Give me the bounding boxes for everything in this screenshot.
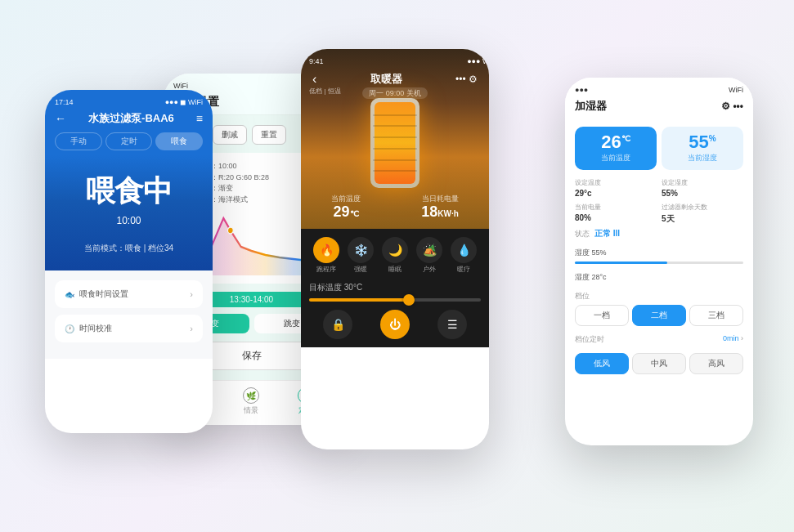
p4-timer-row: 档位定时 0min › (565, 331, 753, 348)
p4-status-section: 状态 正常 III (565, 225, 753, 243)
p4-wind-btns: 低风 中风 高风 (565, 348, 753, 379)
p3-mode-label-2: 睡眠 (388, 265, 401, 274)
p4-wifi: WiFi (729, 86, 743, 94)
p3-mode-therapy[interactable]: 💧 暖疗 (451, 237, 477, 274)
p1-tab-timer[interactable]: 定时 (105, 132, 153, 150)
p1-tab-feed[interactable]: 喂食 (155, 132, 203, 150)
p4-slider-fill (575, 262, 667, 264)
p3-back-icon[interactable]: ‹ (312, 72, 316, 87)
p3-mode-icons: 🔥 跑程序 ❄️ 强暖 🌙 睡眠 🏕️ 户外 💧 暖疗 (309, 237, 481, 274)
p4-wind-mid[interactable]: 中风 (632, 353, 686, 374)
p3-status-bar: 9:41 ●●● WiFi (309, 57, 489, 65)
p1-tabs: 手动 定时 喂食 (55, 132, 203, 150)
p1-menu-feed-time[interactable]: 🐟 喂食时间设置 › (55, 280, 203, 308)
p3-slider-track[interactable] (309, 298, 481, 302)
p2-btn-reset[interactable]: 重置 (252, 125, 286, 145)
p4-temp-card: 26℃ 当前温度 (575, 127, 657, 170)
p4-power-label: 当前电量 (575, 203, 657, 212)
p4-status-label: 状态 (575, 229, 590, 239)
p4-info-filter: 过滤器剩余天数 5天 (662, 203, 743, 225)
p4-wind-high[interactable]: 高风 (689, 353, 743, 374)
p4-info-power: 当前电量 80% (575, 203, 657, 225)
p3-mode-sleep[interactable]: 🌙 睡眠 (382, 237, 408, 274)
p1-body: 🐟 喂食时间设置 › 🕐 时间校准 › (45, 270, 213, 359)
p4-slider-label: 湿度 55% (575, 248, 743, 258)
p3-title-bar: ‹ 取暖器 ••• ⚙ (301, 72, 489, 87)
p1-feed-label: 喂食时间设置 (79, 288, 128, 300)
p3-title: 取暖器 (370, 72, 402, 87)
p1-menu-feed-left: 🐟 喂食时间设置 (65, 288, 128, 300)
p4-set-temp-label: 设定温度 (575, 178, 657, 187)
p4-info-set-humidity: 设定湿度 55% (662, 178, 743, 198)
p4-gear-1[interactable]: 一档 (575, 305, 629, 326)
scene: 17:14 ●●● ◼ WiFi ← 水族过滤泵-BAA6 ≡ 手动 定时 喂食… (0, 0, 794, 532)
p4-status-bar: ●●● WiFi (575, 86, 743, 94)
p4-set-humidity-value: 55% (662, 189, 743, 198)
p4-header: ●●● WiFi 加湿器 ⚙ ••• (565, 78, 753, 118)
p4-humidity-value: 55% (668, 133, 737, 151)
p3-outdoor-icon: 🏕️ (416, 237, 442, 263)
p2-nav-scene-label: 情景 (244, 405, 258, 416)
p3-mode-label-0: 跑程序 (316, 265, 336, 274)
p3-mode-warm[interactable]: ❄️ 强暖 (348, 237, 374, 274)
p4-gear-icon[interactable]: ⚙ ••• (721, 101, 743, 112)
p4-set-humidity-label: 设定湿度 (662, 178, 743, 187)
p2-nav-scene[interactable]: 🌿 情景 (243, 387, 259, 416)
p1-status-text: 喂食中 (58, 172, 200, 212)
p4-timer-value: 0min › (723, 334, 743, 345)
p1-tab-manual[interactable]: 手动 (55, 132, 102, 150)
p1-back-icon[interactable]: ← (55, 112, 66, 125)
p4-filter-days: 5天 (662, 213, 743, 225)
p3-subtitle-text: 周一 09:00 关机 (362, 87, 428, 99)
p4-temp-label: 当前温度 (581, 153, 650, 163)
p3-sleep-icon: 🌙 (382, 237, 408, 263)
p4-humidity-label: 当前湿度 (668, 153, 737, 163)
p1-title: 水族过滤泵-BAA6 (88, 111, 174, 126)
p3-lock-btn[interactable]: 🔒 (323, 310, 352, 339)
p3-temp-slider: 目标温度 30°C (309, 282, 481, 302)
p1-sub-time: 10:00 (58, 215, 200, 226)
p4-gear-2[interactable]: 二档 (632, 305, 686, 326)
p2-time-range: 13:30-14:00 (230, 295, 273, 304)
p3-mode-label-4: 暖疗 (457, 265, 470, 274)
p4-humidity-slider[interactable] (575, 262, 743, 264)
p3-power-value: 18KW·h (421, 204, 459, 221)
p4-temp-value: 26℃ (581, 133, 650, 151)
p1-status-bar: 17:14 ●●● ◼ WiFi (55, 98, 203, 106)
p3-heater-lines (370, 98, 419, 188)
p2-btn-delete[interactable]: 删减 (213, 125, 247, 145)
p3-power-label: 当日耗电量 (421, 194, 459, 204)
p3-signal: ●●● WiFi (467, 57, 489, 65)
p3-power-btn[interactable]: ⏻ (380, 310, 410, 339)
p3-heater-visual (366, 98, 424, 204)
p3-mode-label-1: 强暖 (354, 265, 367, 274)
p3-settings-btn[interactable]: ☰ (437, 310, 467, 339)
p3-target-temp-label: 目标温度 30°C (309, 282, 481, 293)
p4-power-value: 80% (575, 213, 657, 222)
p3-warm-icon: ❄️ (348, 237, 374, 263)
p3-time: 9:41 (309, 57, 324, 65)
p2-scene-icon: 🌿 (243, 387, 259, 404)
p1-menu-time-calibrate[interactable]: 🕐 时间校准 › (55, 315, 203, 342)
p3-mode-fire[interactable]: 🔥 跑程序 (313, 237, 339, 274)
p4-gear-3[interactable]: 三档 (689, 305, 743, 326)
p1-chevron-right-1: › (190, 289, 193, 299)
phone-humidifier: ●●● WiFi 加湿器 ⚙ ••• 26℃ 当前温度 55% 当前湿度 (565, 78, 753, 445)
p4-wind-low[interactable]: 低风 (575, 353, 629, 374)
p3-mode-outdoor[interactable]: 🏕️ 户外 (416, 237, 442, 274)
p4-info-set-temp: 设定温度 29°c (575, 178, 657, 198)
p4-status-value: 正常 III (594, 228, 620, 239)
p1-clock-icon: 🕐 (65, 324, 74, 333)
p3-therapy-icon: 💧 (451, 237, 477, 263)
p4-gear-btns: 一档 二档 三档 (575, 305, 743, 326)
p3-action-btns: 🔒 ⏻ ☰ (309, 310, 481, 339)
p4-stats-row: 26℃ 当前温度 55% 当前湿度 (565, 118, 753, 178)
p4-filter-label: 过滤器剩余天数 (662, 203, 743, 212)
p3-header-img: 9:41 ●●● WiFi ‹ 取暖器 ••• ⚙ 周一 09:00 关机 低档… (301, 49, 489, 229)
p3-more-icon[interactable]: ••• ⚙ (455, 74, 478, 85)
phone-fish-tank: 17:14 ●●● ◼ WiFi ← 水族过滤泵-BAA6 ≡ 手动 定时 喂食… (45, 90, 213, 433)
p4-title-row: 加湿器 ⚙ ••• (575, 99, 743, 114)
p3-slider-thumb[interactable] (403, 294, 415, 306)
p1-menu-icon[interactable]: ≡ (196, 112, 203, 125)
p1-mode-text: 当前模式：喂食 | 档位34 (58, 243, 200, 254)
